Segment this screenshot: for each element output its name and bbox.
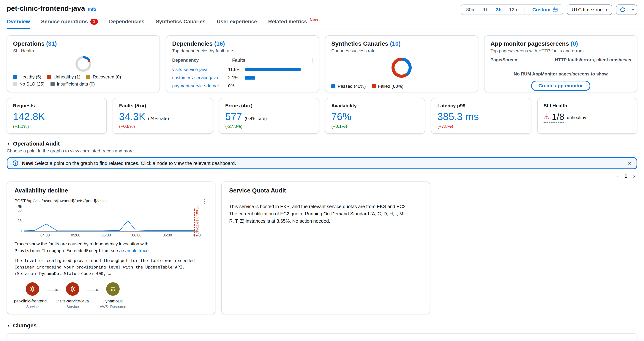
tab-synthetics-canaries[interactable]: Synthetics Canaries (156, 19, 206, 29)
metric-title: SLI Health (544, 103, 631, 109)
operations-donut-chart[interactable] (76, 56, 91, 72)
column-header-page-screen: Page/Screen (490, 57, 551, 62)
banner-bold: New! (22, 160, 34, 166)
custom-range-button[interactable]: Custom (532, 7, 558, 13)
dependencies-table: Dependency Faults visits-service-java 11… (172, 56, 313, 90)
card-subtitle: Canaries success rate (331, 48, 472, 54)
pagination: ‹ 1 › (9, 173, 635, 179)
canaries-donut-chart[interactable] (392, 58, 412, 78)
dependencies-count-link[interactable]: (16) (214, 40, 225, 47)
chart-plot-area[interactable]: 2025-11-21 07:00:00 04:30 05:00 05:30 06… (24, 210, 198, 232)
synthetics-count-link[interactable]: (10) (390, 40, 401, 47)
audit-cards-row: Availability decline POST /api/visit/own… (7, 182, 637, 314)
time-range-3h[interactable]: 3h (496, 7, 502, 13)
sli-health-value: 1/8 (552, 112, 564, 121)
operations-count-link[interactable]: (31) (46, 40, 57, 47)
card-header: Synthetics Canaries (10) (331, 40, 472, 47)
custom-range-label: Custom (532, 7, 550, 13)
create-app-monitor-button[interactable]: Create app monitor (531, 81, 590, 91)
time-range-12h[interactable]: 12h (509, 7, 517, 13)
metric-value-link[interactable]: 142.8K (13, 111, 45, 122)
metric-value-link[interactable]: 385.3 ms (437, 111, 479, 122)
sli-health-status: unhealthy (567, 115, 586, 120)
legend-label: Failed (60%) (378, 84, 404, 89)
service-node-frontend[interactable]: pet-clinic-frontend… Service (17, 282, 48, 309)
sli-health-metric-card: SLI Health ⚠ 1/8 unhealthy (537, 98, 637, 134)
card-title: Service Quota Audit (229, 187, 422, 194)
section-subtitle: Choose a point in the graphs to view cor… (7, 148, 637, 154)
metric-delta: (+0.1%) (331, 124, 419, 129)
x-tick: 05:00 (71, 233, 80, 238)
tab-service-operations[interactable]: Service operations1 (41, 19, 98, 29)
service-map: pet-clinic-frontend… Service visits-serv… (14, 282, 208, 309)
refresh-button[interactable] (616, 5, 629, 14)
resource-node-dynamodb[interactable]: DynamoDB AWS::Resource (97, 282, 128, 309)
summary-cards-row: Operations (31) SLI Health Healthy (5) U… (7, 36, 637, 92)
kebab-menu-icon[interactable]: ⋮ (202, 198, 208, 204)
metric-delta: (+1.1%) (13, 124, 100, 129)
empty-state-message: No RUM AppMonitor pages/screens to show (490, 71, 631, 76)
sli-health-popover-trigger[interactable]: ⚠ 1/8 (544, 112, 564, 123)
node-name: DynamoDB (102, 299, 123, 304)
card-title: Availability decline (14, 187, 208, 194)
time-range-group: 30m 1h 3h 12h Custom (461, 4, 563, 15)
title-wrap: pet-clinic-frontend-java Info (7, 4, 96, 12)
node-name: pet-clinic-frontend… (14, 299, 51, 304)
app-monitor-count-link[interactable]: (0) (570, 40, 578, 47)
exception-name: ProvisionedThroughputExceededException (14, 248, 108, 253)
page-number[interactable]: 1 (624, 173, 627, 179)
tab-label: Synthetics Canaries (156, 19, 206, 24)
refresh-dropdown-button[interactable]: ▾ (629, 5, 637, 14)
legend-item: Failed (60%) (372, 84, 404, 89)
fault-rate-bar (245, 68, 300, 71)
close-icon[interactable]: × (628, 160, 631, 166)
tab-dependencies[interactable]: Dependencies (109, 19, 144, 29)
x-tick: 05:30 (102, 233, 111, 238)
metric-title: Availability (331, 103, 419, 109)
card-subtitle: SLI Health (13, 48, 154, 54)
fault-rate: 11.6% (228, 67, 245, 72)
node-type: Service (26, 305, 39, 309)
time-range-1h[interactable]: 1h (483, 7, 488, 13)
service-quota-audit-card: Service Quota Audit This service is host… (222, 182, 430, 314)
timezone-select[interactable]: UTC timezone ▾ (567, 4, 612, 15)
time-range-30m[interactable]: 30m (466, 7, 476, 13)
metric-value-link[interactable]: 34.3K (119, 111, 145, 122)
dependency-link[interactable]: customers-service-java (172, 75, 228, 80)
operational-audit-section-toggle[interactable]: ▼ Operational Audit (7, 140, 637, 147)
line-series (24, 210, 198, 231)
legend-item: No SLO (25) (13, 82, 44, 87)
tab-overview[interactable]: Overview (7, 19, 30, 29)
previous-page-icon[interactable]: ‹ (617, 173, 619, 179)
resource-node-circle (106, 282, 120, 296)
table-row: customers-service-java 2.1% (172, 74, 313, 82)
metric-value-link[interactable]: 577 (225, 111, 242, 122)
dependency-link[interactable]: payment-service-dotnet (172, 83, 228, 88)
card-header: App monitor pages/screens (0) (490, 40, 631, 47)
service-node-visits[interactable]: visits-service-java Service (57, 282, 88, 309)
info-link[interactable]: Info (88, 7, 96, 12)
changes-section-toggle[interactable]: ▼ Changes (7, 322, 637, 329)
next-page-icon[interactable]: › (633, 173, 635, 179)
dependency-link[interactable]: visits-service-java (172, 67, 228, 72)
sample-trace-link[interactable]: sample trace (123, 248, 148, 253)
legend-swatch (331, 84, 336, 88)
legend-item: Healthy (5) (13, 74, 41, 80)
y-tick: 0 (20, 229, 22, 233)
metric-title: Faults (5xx) (119, 103, 206, 109)
card-subtitle: Top dependencies by fault rate (172, 48, 313, 54)
fault-rate: 2.1% (228, 75, 245, 80)
timezone-value: UTC timezone (572, 7, 603, 13)
tab-related-metrics[interactable]: Related metricsNew (268, 19, 318, 29)
legend-swatch (47, 75, 51, 79)
page-header: pet-clinic-frontend-java Info 30m 1h 3h … (0, 0, 644, 15)
metric-value-link[interactable]: 76% (331, 111, 352, 122)
arrow-icon (46, 288, 58, 292)
legend-label: Healthy (5) (20, 74, 41, 80)
tab-user-experience[interactable]: User experience (217, 19, 257, 29)
collapse-triangle-icon: ▼ (7, 324, 10, 328)
chevron-down-icon: ▾ (632, 8, 634, 12)
table-header: Page/Screen HTTP faults/errors, client c… (490, 57, 631, 65)
gear-icon (30, 286, 36, 292)
faults-metric-card: Faults (5xx) 34.3K(24% rate) (+0.8%) (113, 98, 213, 134)
